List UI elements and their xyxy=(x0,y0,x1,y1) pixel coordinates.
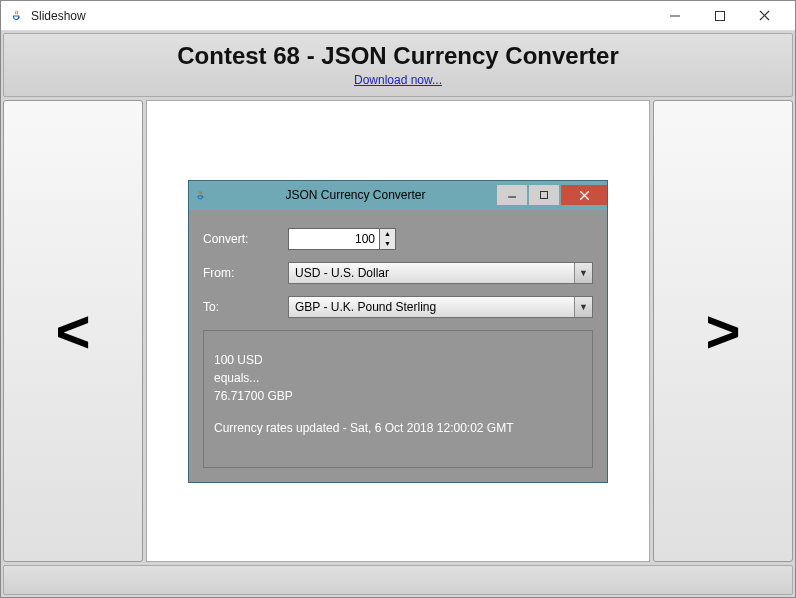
row-from: From: USD - U.S. Dollar ▼ xyxy=(203,262,593,284)
from-selected: USD - U.S. Dollar xyxy=(289,263,574,283)
from-combobox[interactable]: USD - U.S. Dollar ▼ xyxy=(288,262,593,284)
result-line2: equals... xyxy=(214,369,582,387)
inner-close-button[interactable] xyxy=(561,185,607,205)
result-line3: 76.71700 GBP xyxy=(214,387,582,405)
footer-panel xyxy=(3,565,793,595)
inner-minimize-button[interactable] xyxy=(497,185,527,205)
result-line1: 100 USD xyxy=(214,351,582,369)
next-button[interactable]: > xyxy=(653,100,793,562)
svg-rect-1 xyxy=(715,11,724,20)
middle-row: < JSON Currency Converter xyxy=(3,100,793,562)
inner-body: Convert: ▲ ▼ From: USD - U.S. Dollar xyxy=(189,210,607,482)
result-updated: Currency rates updated - Sat, 6 Oct 2018… xyxy=(214,419,582,437)
chevron-down-icon[interactable]: ▼ xyxy=(574,263,592,283)
java-icon xyxy=(195,188,209,202)
spinner-up-icon[interactable]: ▲ xyxy=(380,229,395,239)
label-to: To: xyxy=(203,300,288,314)
window-title: Slideshow xyxy=(31,9,86,23)
slide-area: JSON Currency Converter Convert: xyxy=(146,100,650,562)
maximize-button[interactable] xyxy=(697,2,742,30)
chevron-down-icon[interactable]: ▼ xyxy=(574,297,592,317)
label-from: From: xyxy=(203,266,288,280)
page-title: Contest 68 - JSON Currency Converter xyxy=(12,42,784,70)
minimize-button[interactable] xyxy=(652,2,697,30)
outer-titlebar: Slideshow xyxy=(1,1,795,31)
result-panel: 100 USD equals... 76.71700 GBP Currency … xyxy=(203,330,593,468)
inner-maximize-button[interactable] xyxy=(529,185,559,205)
spinner-arrows[interactable]: ▲ ▼ xyxy=(380,228,396,250)
to-combobox[interactable]: GBP - U.K. Pound Sterling ▼ xyxy=(288,296,593,318)
row-convert: Convert: ▲ ▼ xyxy=(203,228,593,250)
to-selected: GBP - U.K. Pound Sterling xyxy=(289,297,574,317)
amount-input[interactable] xyxy=(288,228,380,250)
close-button[interactable] xyxy=(742,2,787,30)
java-icon xyxy=(9,8,25,24)
header-panel: Contest 68 - JSON Currency Converter Dow… xyxy=(3,33,793,97)
amount-spinner[interactable]: ▲ ▼ xyxy=(288,228,396,250)
spinner-down-icon[interactable]: ▼ xyxy=(380,239,395,249)
label-convert: Convert: xyxy=(203,232,288,246)
svg-rect-5 xyxy=(541,192,548,199)
outer-content: Contest 68 - JSON Currency Converter Dow… xyxy=(1,31,795,597)
download-link[interactable]: Download now... xyxy=(354,73,442,87)
prev-button[interactable]: < xyxy=(3,100,143,562)
inner-window: JSON Currency Converter Convert: xyxy=(188,180,608,483)
inner-titlebar: JSON Currency Converter xyxy=(189,181,607,210)
row-to: To: GBP - U.K. Pound Sterling ▼ xyxy=(203,296,593,318)
inner-window-title: JSON Currency Converter xyxy=(215,188,496,202)
